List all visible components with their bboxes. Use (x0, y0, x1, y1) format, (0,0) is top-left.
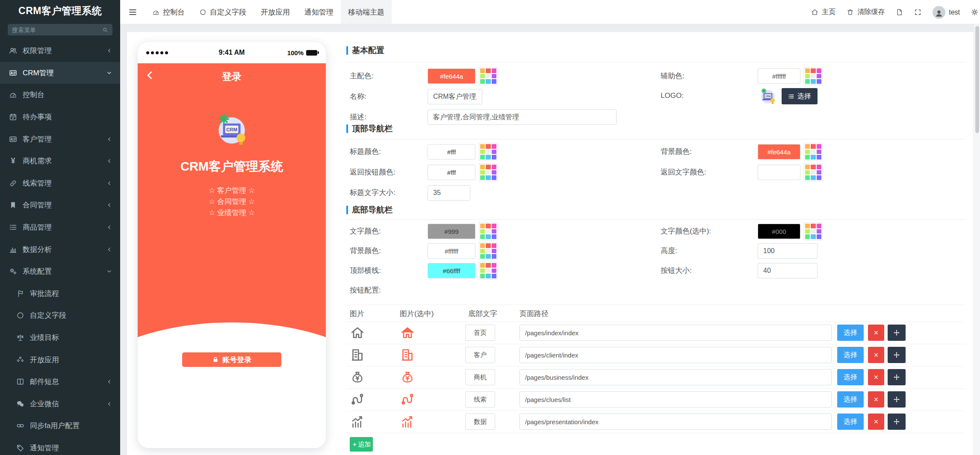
text-color-active-input[interactable] (758, 224, 800, 239)
phone-status-bar: 9:41 AM 100% (138, 42, 326, 63)
nav-path-input[interactable] (520, 414, 832, 430)
sidebar-item-opportunities[interactable]: ¥商机需求 (0, 150, 120, 172)
sidebar-item-customers[interactable]: 客户管理 (0, 128, 120, 150)
delete-row-button[interactable] (868, 414, 884, 430)
logo-select-button[interactable]: 选择 (782, 88, 818, 104)
sidebar-item-mail-sms[interactable]: 邮件短息 (0, 371, 120, 393)
append-row-button[interactable]: 追加 (350, 437, 373, 452)
sidebar-item-wechat-work[interactable]: 企业微信 (0, 393, 120, 415)
back-chevron-icon[interactable] (145, 70, 156, 81)
nav-path-input[interactable] (520, 325, 832, 341)
document-button[interactable] (896, 9, 903, 16)
nav-text-input[interactable] (465, 391, 495, 408)
home-button[interactable]: 主页 (811, 8, 835, 17)
select-image-button[interactable]: 选择 (837, 369, 864, 385)
select-image-button[interactable]: 选择 (837, 391, 864, 408)
sidebar-toggle-button[interactable] (120, 0, 145, 24)
clear-cache-button[interactable]: 清除缓存 (847, 8, 885, 17)
delete-row-button[interactable] (868, 391, 884, 408)
delete-row-button[interactable] (868, 325, 884, 341)
top-line-color-input[interactable] (428, 263, 475, 278)
delete-row-button[interactable] (868, 347, 884, 363)
tab-custom-fields[interactable]: 自定义字段 (192, 0, 254, 24)
divider (346, 411, 965, 411)
aux-color-input[interactable] (758, 68, 800, 84)
sidebar-item-dashboard[interactable]: 控制台 (0, 84, 120, 106)
sidebar-item-analytics[interactable]: 数据分析 (0, 238, 120, 260)
tab-open-apps[interactable]: 开放应用 (254, 0, 297, 24)
scrollbar-thumb[interactable] (975, 26, 979, 133)
divider (346, 322, 965, 322)
select-image-button[interactable]: 选择 (837, 325, 864, 341)
sidebar-search[interactable] (8, 24, 112, 35)
move-row-button[interactable] (888, 391, 906, 408)
app-name-input[interactable] (428, 89, 482, 104)
divider (346, 366, 965, 366)
back-text-color-input[interactable] (758, 165, 800, 180)
primary-color-input[interactable] (428, 68, 475, 84)
nav-text-input[interactable] (465, 369, 495, 385)
sidebar-item-open-apps[interactable]: 开放应用 (0, 349, 120, 371)
nav-path-input[interactable] (520, 391, 832, 408)
tab-mobile-theme[interactable]: 移动端主题 (341, 0, 392, 24)
crm-admin-page: CRM客户管理系统 权限管理 CRM管理 控制台 待办事项 客户管理 ¥商机需求… (0, 0, 980, 455)
tab-notification[interactable]: 通知管理 (297, 0, 341, 24)
select-image-button[interactable]: 选择 (837, 414, 864, 430)
delete-row-button[interactable] (868, 369, 884, 385)
move-row-button[interactable] (888, 414, 906, 430)
move-row-button[interactable] (888, 325, 906, 341)
nav-path-input[interactable] (520, 369, 832, 385)
nav-text-input[interactable] (465, 414, 495, 430)
move-row-button[interactable] (888, 369, 906, 385)
settings-button[interactable] (971, 9, 978, 16)
color-palette[interactable] (804, 143, 823, 161)
height-input[interactable] (758, 243, 818, 259)
col-header-image-selected: 图片(选中) (400, 309, 434, 319)
nav-text-input[interactable] (465, 347, 495, 363)
nav-path-input[interactable] (520, 347, 832, 363)
sidebar-item-sync-user-config[interactable]: 同步fa用户配置 (0, 415, 120, 437)
sidebar-item-leads[interactable]: 线索管理 (0, 172, 120, 195)
sidebar-item-notification[interactable]: 通知管理 (0, 437, 120, 455)
button-size-input[interactable] (758, 263, 818, 278)
sidebar-item-system-config[interactable]: 系统配置 (0, 260, 120, 283)
bottom-text-color-input[interactable] (428, 224, 475, 239)
sidebar-item-contracts[interactable]: 合同管理 (0, 194, 120, 216)
color-palette[interactable] (804, 222, 823, 240)
page-scrollbar[interactable] (974, 24, 980, 455)
logo-thumbnail[interactable]: CRM (758, 87, 778, 107)
tab-dashboard[interactable]: 控制台 (145, 0, 192, 24)
color-palette[interactable] (479, 163, 498, 181)
color-palette[interactable] (479, 67, 498, 85)
desc-input[interactable] (428, 109, 617, 125)
sidebar-item-permissions[interactable]: 权限管理 (0, 40, 120, 62)
list-icon (9, 223, 17, 231)
color-palette[interactable] (804, 67, 823, 85)
account-login-button[interactable]: 账号登录 (182, 352, 281, 367)
sidebar-search-input[interactable] (12, 27, 102, 33)
color-palette[interactable] (804, 163, 823, 181)
title-size-input[interactable] (428, 185, 470, 201)
chevron-left-icon (105, 246, 113, 253)
sidebar-item-todo[interactable]: 待办事项 (0, 106, 120, 128)
label-title-color: 标题颜色: (350, 144, 381, 160)
move-row-button[interactable] (888, 347, 906, 363)
back-btn-color-input[interactable] (428, 165, 475, 180)
sidebar-item-approval-flow[interactable]: 审批流程 (0, 283, 120, 305)
bottom-bg-color-input[interactable] (428, 243, 475, 259)
select-image-button[interactable]: 选择 (837, 347, 864, 363)
sidebar-item-performance-goal[interactable]: 业绩目标 (0, 327, 120, 349)
sidebar-item-crm[interactable]: CRM管理 (0, 62, 120, 84)
section-bar (346, 206, 348, 214)
color-palette[interactable] (479, 143, 498, 161)
title-color-input[interactable] (428, 144, 475, 160)
nav-text-input[interactable] (465, 325, 495, 341)
color-palette[interactable] (479, 262, 498, 280)
color-palette[interactable] (479, 222, 498, 240)
user-menu[interactable]: test (933, 6, 960, 19)
color-palette[interactable] (479, 242, 498, 260)
sidebar-item-products[interactable]: 商品管理 (0, 216, 120, 239)
fullscreen-button[interactable] (914, 9, 921, 16)
topnav-bg-input[interactable] (758, 144, 800, 160)
sidebar-item-custom-fields[interactable]: 自定义字段 (0, 304, 120, 327)
